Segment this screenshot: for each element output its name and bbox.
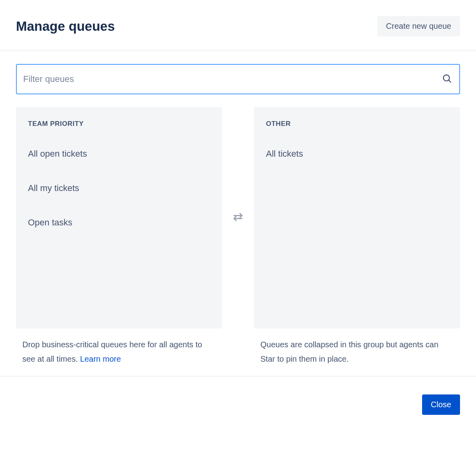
swap-column <box>222 107 254 329</box>
other-hint: Queues are collapsed in this group but a… <box>254 329 460 366</box>
modal-title: Manage queues <box>16 19 115 34</box>
queue-item[interactable]: All open tickets <box>28 143 210 165</box>
modal-body: Team priority All open tickets All my ti… <box>0 51 476 376</box>
modal-footer: Close <box>0 377 476 429</box>
swap-icon <box>232 211 244 225</box>
close-button[interactable]: Close <box>422 394 460 415</box>
other-panel[interactable]: Other All tickets <box>254 107 460 329</box>
other-column: Other All tickets Queues are collapsed i… <box>254 107 460 366</box>
team-priority-title: Team priority <box>28 120 210 128</box>
queue-item[interactable]: All my tickets <box>28 177 210 199</box>
team-priority-panel[interactable]: Team priority All open tickets All my ti… <box>16 107 222 329</box>
modal-header: Manage queues Create new queue <box>0 0 476 50</box>
search-wrap <box>16 64 460 94</box>
svg-line-1 <box>449 80 451 82</box>
columns: Team priority All open tickets All my ti… <box>16 107 460 366</box>
filter-queues-input[interactable] <box>16 64 460 94</box>
learn-more-link[interactable]: Learn more <box>80 354 121 363</box>
team-priority-column: Team priority All open tickets All my ti… <box>16 107 222 366</box>
queue-item[interactable]: Open tasks <box>28 212 210 233</box>
other-title: Other <box>266 120 448 128</box>
team-priority-hint: Drop business-critical queues here for a… <box>16 329 222 366</box>
create-new-queue-button[interactable]: Create new queue <box>377 16 460 36</box>
search-icon <box>442 73 452 85</box>
queue-item[interactable]: All tickets <box>266 143 448 165</box>
